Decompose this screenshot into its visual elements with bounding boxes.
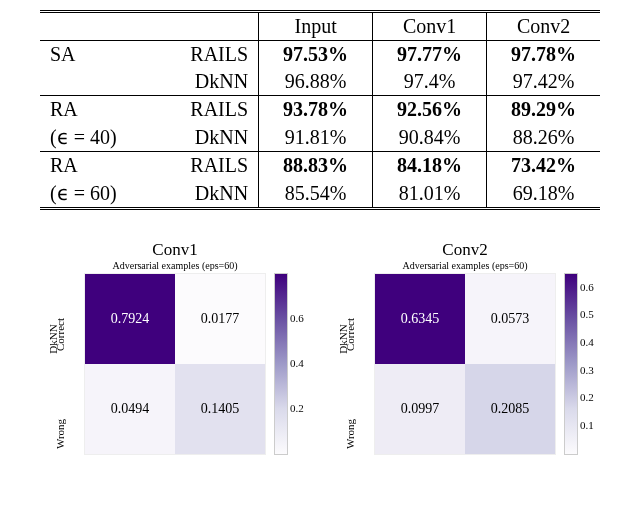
table-header-input: Input (259, 12, 373, 41)
heatmap-grid: 0.7924 0.0177 0.0494 0.1405 (84, 273, 266, 455)
cell: 97.4% (373, 68, 487, 96)
group-sublabel (40, 68, 155, 96)
colorbar-tick: 0.4 (580, 336, 594, 348)
table-row: DkNN 96.88% 97.4% 97.42% (40, 68, 600, 96)
table-row: (ϵ = 60) DkNN 85.54% 81.01% 69.18% (40, 179, 600, 209)
colorbar-tick: 0.5 (580, 308, 594, 320)
heatmap-ytick: Wrong (54, 419, 66, 449)
cell: 88.26% (487, 123, 600, 152)
heatmap-cell: 0.7924 (85, 274, 175, 364)
heatmap-subtitle: Adversarial examples (eps=60) (360, 260, 570, 271)
table-header-row: Input Conv1 Conv2 (40, 12, 600, 41)
method-label: DkNN (155, 123, 259, 152)
cell: 73.42% (487, 152, 600, 180)
method-label: RAILS (155, 41, 259, 69)
heatmap-wrap: DkNN Correct Wrong 0.6345 0.0573 0.0997 … (340, 273, 620, 473)
heatmap-subtitle: Adversarial examples (eps=60) (70, 260, 280, 271)
heatmap-cell: 0.0177 (175, 274, 265, 364)
table-row: SA RAILS 97.53% 97.77% 97.78% (40, 41, 600, 69)
heatmap-conv2: Conv2 Adversarial examples (eps=60) DkNN… (340, 240, 620, 473)
heatmap-title: Conv1 (70, 240, 280, 260)
group-sublabel: (ϵ = 40) (40, 123, 155, 152)
colorbar-tick: 0.1 (580, 419, 594, 431)
cell: 85.54% (259, 179, 373, 209)
cell: 91.81% (259, 123, 373, 152)
heatmap-cell: 0.0997 (375, 364, 465, 454)
table-header-conv2: Conv2 (487, 12, 600, 41)
method-label: RAILS (155, 152, 259, 180)
heatmap-cell: 0.6345 (375, 274, 465, 364)
heatmap-cell: 0.0573 (465, 274, 555, 364)
cell: 90.84% (373, 123, 487, 152)
colorbar (564, 273, 578, 455)
heatmap-title: Conv2 (360, 240, 570, 260)
cell: 97.77% (373, 41, 487, 69)
cell: 96.88% (259, 68, 373, 96)
cell: 92.56% (373, 96, 487, 124)
group-label: SA (40, 41, 155, 69)
heatmap-ytick: Correct (54, 318, 66, 351)
cell: 93.78% (259, 96, 373, 124)
cell: 97.42% (487, 68, 600, 96)
cell: 69.18% (487, 179, 600, 209)
cell: 97.53% (259, 41, 373, 69)
colorbar-tick: 0.6 (580, 281, 594, 293)
heatmap-cell: 0.0494 (85, 364, 175, 454)
group-label: RA (40, 96, 155, 124)
page-root: Input Conv1 Conv2 SA RAILS 97.53% 97.77%… (0, 0, 640, 522)
results-table: Input Conv1 Conv2 SA RAILS 97.53% 97.77%… (40, 10, 600, 210)
heatmap-grid: 0.6345 0.0573 0.0997 0.2085 (374, 273, 556, 455)
table-row: (ϵ = 40) DkNN 91.81% 90.84% 88.26% (40, 123, 600, 152)
group-sublabel: (ϵ = 60) (40, 179, 155, 209)
cell: 81.01% (373, 179, 487, 209)
heatmap-conv1: Conv1 Adversarial examples (eps=60) DkNN… (50, 240, 330, 473)
table-row: RA RAILS 93.78% 92.56% 89.29% (40, 96, 600, 124)
colorbar-tick: 0.3 (580, 364, 594, 376)
heatmaps-area: dv examples (ϵ = 60) Conv1 Adversarial e… (20, 240, 620, 510)
table-header-blank (40, 12, 259, 41)
heatmap-ytick: Wrong (344, 419, 356, 449)
colorbar-tick: 0.4 (290, 357, 304, 369)
method-label: DkNN (155, 179, 259, 209)
colorbar-tick: 0.2 (290, 402, 304, 414)
cell: 89.29% (487, 96, 600, 124)
method-label: RAILS (155, 96, 259, 124)
heatmap-ytick: Correct (344, 318, 356, 351)
group-label: RA (40, 152, 155, 180)
heatmap-wrap: DkNN Correct Wrong 0.7924 0.0177 0.0494 … (50, 273, 330, 473)
cell: 84.18% (373, 152, 487, 180)
colorbar-tick: 0.2 (580, 391, 594, 403)
colorbar-tick: 0.6 (290, 312, 304, 324)
colorbar (274, 273, 288, 455)
method-label: DkNN (155, 68, 259, 96)
heatmap-cell: 0.2085 (465, 364, 555, 454)
table-row: RA RAILS 88.83% 84.18% 73.42% (40, 152, 600, 180)
cell: 97.78% (487, 41, 600, 69)
table-header-conv1: Conv1 (373, 12, 487, 41)
heatmap-cell: 0.1405 (175, 364, 265, 454)
cell: 88.83% (259, 152, 373, 180)
